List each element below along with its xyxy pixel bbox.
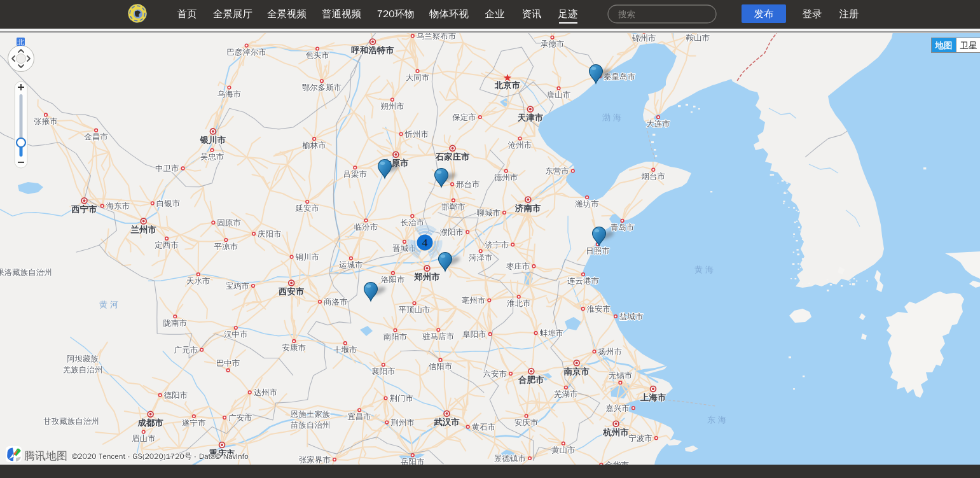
svg-text:4: 4 <box>422 236 428 249</box>
